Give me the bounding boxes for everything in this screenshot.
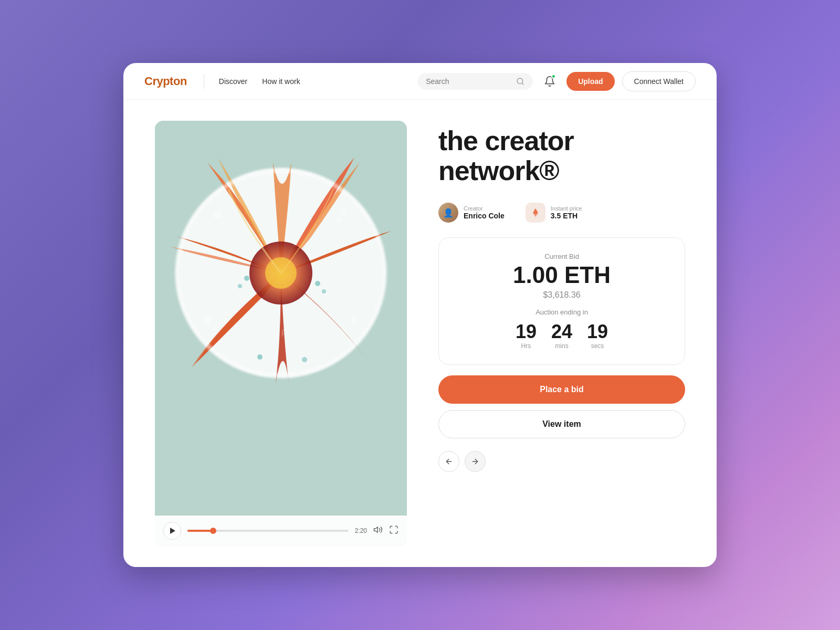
svg-point-17 [257, 354, 262, 360]
header: Crypton Discover How it work Upload Conn… [123, 63, 717, 100]
next-arrow-button[interactable] [465, 451, 486, 472]
svg-point-18 [302, 357, 307, 362]
eth-icon [526, 203, 545, 223]
search-input[interactable] [426, 77, 512, 86]
svg-point-12 [351, 317, 358, 324]
logo: Crypton [144, 75, 187, 88]
arrow-left-icon [445, 457, 453, 466]
main-nav: Discover How it work [219, 77, 300, 86]
bid-usd: $3,618.36 [456, 290, 668, 300]
media-section: Unscreen 2:20 [155, 121, 407, 546]
creator-info: 👤 Creator Enrico Cole [438, 203, 505, 223]
main-content: Unscreen 2:20 [123, 100, 717, 567]
instant-price-value: 3.5 ETH [551, 212, 582, 220]
nav-discover[interactable]: Discover [219, 77, 247, 86]
secs-label: secs [591, 342, 604, 350]
timer-secs: 19 secs [587, 322, 608, 350]
instant-price-group: Instant price 3.5 ETH [526, 203, 582, 223]
details-section: the creator network® 👤 Creator Enrico Co… [438, 121, 685, 546]
fullscreen-icon [389, 525, 398, 534]
volume-icon [373, 525, 383, 534]
svg-point-8 [340, 209, 348, 216]
svg-point-9 [336, 218, 341, 223]
fullscreen-button[interactable] [389, 525, 398, 537]
svg-line-1 [522, 83, 523, 85]
svg-point-6 [214, 211, 222, 219]
creator-label-group: Creator Enrico Cole [464, 205, 505, 220]
volume-button[interactable] [373, 525, 383, 537]
search-box[interactable] [417, 73, 533, 90]
hours-value: 19 [516, 322, 537, 341]
mins-value: 24 [551, 322, 572, 341]
svg-point-16 [322, 289, 326, 293]
svg-marker-20 [374, 527, 378, 533]
svg-point-10 [203, 316, 212, 324]
artwork-image [155, 121, 407, 425]
prev-arrow-button[interactable] [438, 451, 459, 472]
price-label-group: Instant price 3.5 ETH [551, 205, 582, 220]
current-bid-label: Current Bid [456, 253, 668, 260]
arrow-right-icon [471, 457, 479, 466]
play-button[interactable] [163, 522, 181, 540]
upload-button[interactable]: Upload [566, 72, 614, 91]
hours-label: Hrs [521, 342, 531, 350]
creator-avatar: 👤 [438, 203, 458, 223]
mins-label: mins [555, 342, 568, 350]
svg-point-14 [238, 284, 242, 288]
nft-title: the creator network® [438, 126, 685, 186]
notification-dot [551, 74, 556, 79]
app-window: Crypton Discover How it work Upload Conn… [123, 63, 717, 567]
time-display: 2:20 [355, 527, 367, 534]
notification-button[interactable] [540, 72, 559, 91]
instant-price-label: Instant price [551, 205, 582, 212]
bid-card: Current Bid 1.00 ETH $3,618.36 Auction e… [438, 237, 685, 364]
nav-arrows [438, 451, 685, 472]
header-right: Upload Connect Wallet [417, 71, 696, 91]
play-icon [170, 528, 175, 534]
progress-bar[interactable] [187, 530, 349, 532]
svg-point-15 [315, 281, 320, 286]
timer-mins: 24 mins [551, 322, 572, 350]
bid-amount: 1.00 ETH [456, 262, 668, 288]
nav-how-it-work[interactable]: How it work [262, 77, 300, 86]
creator-label: Creator [464, 205, 505, 212]
svg-point-7 [220, 220, 226, 226]
ethereum-icon [530, 207, 541, 218]
timer-hours: 19 Hrs [516, 322, 537, 350]
svg-point-13 [244, 276, 249, 281]
creator-name: Enrico Cole [464, 212, 505, 220]
timer-row: 19 Hrs 24 mins 19 secs [456, 322, 668, 350]
progress-thumb [210, 528, 216, 534]
nft-meta: 👤 Creator Enrico Cole Ins [438, 203, 685, 223]
auction-ending-label: Auction ending in [456, 308, 668, 316]
media-container: Unscreen 2:20 [155, 121, 407, 546]
place-bid-button[interactable]: Place a bid [438, 375, 685, 404]
player-controls: 2:20 [155, 516, 407, 546]
svg-point-11 [213, 326, 218, 331]
header-divider [204, 74, 204, 89]
search-icon [516, 77, 524, 86]
view-item-button[interactable]: View item [438, 410, 685, 438]
secs-value: 19 [587, 322, 608, 341]
connect-wallet-button[interactable]: Connect Wallet [622, 71, 696, 91]
